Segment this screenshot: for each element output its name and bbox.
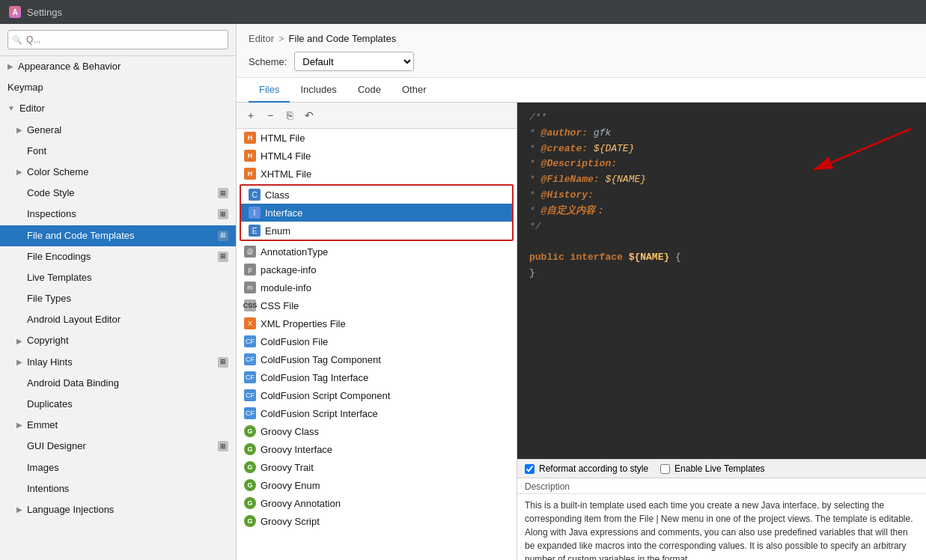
template-item-label: ColdFusion Script Interface	[261, 408, 378, 419]
groovy-interface-icon: G	[244, 443, 256, 455]
sidebar-item-gui-designer[interactable]: GUI Designer ⊞	[0, 436, 236, 457]
sidebar-item-live-templates[interactable]: Live Templates	[0, 267, 236, 288]
code-line-filename: * @FileName: ${NAME}	[529, 172, 914, 188]
sidebar-item-file-types[interactable]: File Types	[0, 288, 236, 309]
sidebar-item-color-scheme[interactable]: ▶ Color Scheme	[0, 162, 236, 183]
sidebar-item-editor[interactable]: ▼ Editor	[0, 98, 236, 119]
template-item-class[interactable]: C Class	[241, 186, 512, 204]
sidebar-item-intentions[interactable]: Intentions	[0, 478, 236, 499]
reformat-checkbox-row[interactable]: Reformat according to style	[525, 463, 648, 474]
template-item-css-file[interactable]: CSS CSS File	[237, 296, 517, 314]
reset-button[interactable]: ↶	[301, 107, 317, 124]
template-item-label: HTML File	[261, 133, 305, 144]
sidebar-item-android-layout-editor[interactable]: Android Layout Editor	[0, 309, 236, 330]
search-input[interactable]	[7, 30, 228, 49]
tab-files[interactable]: Files	[249, 78, 290, 103]
sidebar-item-general[interactable]: ▶ General	[0, 120, 236, 141]
sidebar-item-label: File Encodings	[27, 250, 91, 264]
sidebar-item-label: Inspections	[27, 207, 76, 221]
template-item-interface[interactable]: I Interface	[241, 204, 512, 222]
sidebar-item-copyright[interactable]: ▶ Copyright	[0, 330, 236, 351]
sidebar-item-label: Language Injections	[27, 503, 114, 517]
remove-button[interactable]: −	[262, 107, 278, 124]
sidebar-item-file-encodings[interactable]: File Encodings ⊞	[0, 246, 236, 267]
arrow-icon: ▶	[7, 61, 13, 72]
class-icon: C	[249, 189, 261, 201]
template-item-package-info[interactable]: p package-info	[237, 261, 517, 279]
sidebar-item-inspections[interactable]: Inspections ⊞	[0, 204, 236, 225]
sidebar-item-label: Emmet	[27, 419, 58, 432]
sidebar-item-duplicates[interactable]: Duplicates	[0, 394, 236, 415]
sidebar-item-inlay-hints[interactable]: ▶ Inlay Hints ⊞	[0, 352, 236, 373]
arrow-icon: ▶	[16, 336, 22, 347]
sidebar-item-emmet[interactable]: ▶ Emmet	[0, 415, 236, 436]
sidebar-list: ▶ Appearance & Behavior Keymap ▼ Editor …	[0, 56, 236, 560]
sidebar-item-file-code-templates[interactable]: File and Code Templates ⊞	[0, 225, 236, 246]
sidebar-item-font[interactable]: Font	[0, 141, 236, 162]
tab-other[interactable]: Other	[392, 78, 437, 103]
template-item-label: ColdFusion Tag Component	[261, 354, 381, 365]
template-item-coldfusion-script-component[interactable]: CF ColdFusion Script Component	[237, 386, 517, 404]
css-file-icon: CSS	[244, 299, 256, 311]
search-wrapper	[7, 30, 228, 49]
search-box	[0, 24, 236, 56]
sidebar-item-language-injections[interactable]: ▶ Language Injections	[0, 499, 236, 520]
scheme-label: Scheme:	[249, 56, 287, 67]
template-item-groovy-script[interactable]: G Groovy Script	[237, 512, 517, 530]
live-templates-checkbox-row[interactable]: Enable Live Templates	[660, 463, 765, 474]
sidebar-item-label: Duplicates	[27, 398, 73, 411]
template-item-groovy-interface[interactable]: G Groovy Interface	[237, 440, 517, 458]
sidebar-item-images[interactable]: Images	[0, 457, 236, 478]
sidebar-item-label: Font	[27, 144, 46, 158]
arrow-icon: ▶	[16, 420, 22, 430]
package-info-icon: p	[244, 264, 256, 276]
template-item-groovy-class[interactable]: G Groovy Class	[237, 422, 517, 440]
template-item-groovy-enum[interactable]: G Groovy Enum	[237, 476, 517, 494]
template-item-html-file[interactable]: H HTML File	[237, 129, 517, 147]
scheme-select[interactable]: Default Project	[294, 52, 414, 71]
add-button[interactable]: +	[243, 107, 259, 124]
sidebar-item-label: GUI Designer	[27, 439, 86, 453]
sidebar-item-android-data-binding[interactable]: Android Data Binding	[0, 373, 236, 394]
reformat-label: Reformat according to style	[539, 463, 648, 474]
main-container: ▶ Appearance & Behavior Keymap ▼ Editor …	[0, 24, 926, 560]
template-item-coldfusion-file[interactable]: CF ColdFusion File	[237, 332, 517, 350]
template-item-coldfusion-tag-component[interactable]: CF ColdFusion Tag Component	[237, 350, 517, 368]
sidebar-item-label: Keymap	[7, 81, 43, 94]
code-line-description: * @Description:	[529, 156, 914, 172]
tab-includes[interactable]: Includes	[290, 78, 347, 103]
code-area[interactable]: /** * @author: gfk * @create: ${DATE} * …	[517, 103, 926, 459]
scheme-row: Scheme: Default Project	[249, 52, 914, 71]
code-line-history: * @History:	[529, 188, 914, 204]
template-item-coldfusion-tag-interface[interactable]: CF ColdFusion Tag Interface	[237, 368, 517, 386]
editor-panel: /** * @author: gfk * @create: ${DATE} * …	[517, 103, 926, 478]
description-text: This is a built-in template used each ti…	[517, 494, 926, 560]
template-item-groovy-trait[interactable]: G Groovy Trait	[237, 458, 517, 476]
template-item-xhtml-file[interactable]: H XHTML File	[237, 165, 517, 183]
sidebar: ▶ Appearance & Behavior Keymap ▼ Editor …	[0, 24, 237, 560]
description-panel: Description This is a built-in template …	[517, 478, 926, 560]
reformat-checkbox[interactable]	[525, 464, 534, 474]
template-item-annotation-type[interactable]: @ AnnotationType	[237, 243, 517, 261]
copy-button[interactable]: ⎘	[281, 107, 298, 124]
live-templates-checkbox[interactable]	[660, 464, 670, 474]
sidebar-item-appearance[interactable]: ▶ Appearance & Behavior	[0, 56, 236, 77]
sidebar-item-keymap[interactable]: Keymap	[0, 77, 236, 98]
sidebar-item-code-style[interactable]: Code Style ⊞	[0, 183, 236, 204]
template-item-label: module-info	[261, 282, 311, 293]
arrow-icon: ▶	[16, 125, 22, 136]
template-item-label: Class	[265, 189, 290, 201]
template-item-module-info[interactable]: m module-info	[237, 279, 517, 296]
template-item-coldfusion-script-interface[interactable]: CF ColdFusion Script Interface	[237, 404, 517, 422]
groovy-script-icon: G	[244, 515, 256, 527]
template-item-label: package-info	[261, 264, 316, 276]
template-item-xml-properties[interactable]: X XML Properties File	[237, 314, 517, 332]
html4-file-icon: H	[244, 150, 256, 162]
template-list-panel: + − ⎘ ↶ H HTML File H HTML4 File	[237, 103, 517, 560]
template-item-enum[interactable]: E Enum	[241, 222, 512, 240]
tab-code[interactable]: Code	[347, 78, 392, 103]
template-item-html4-file[interactable]: H HTML4 File	[237, 147, 517, 165]
tabs-row: Files Includes Code Other	[237, 78, 926, 103]
template-item-groovy-annotation[interactable]: G Groovy Annotation	[237, 494, 517, 512]
code-line-class-decl: public interface ${NAME} {	[529, 250, 914, 266]
